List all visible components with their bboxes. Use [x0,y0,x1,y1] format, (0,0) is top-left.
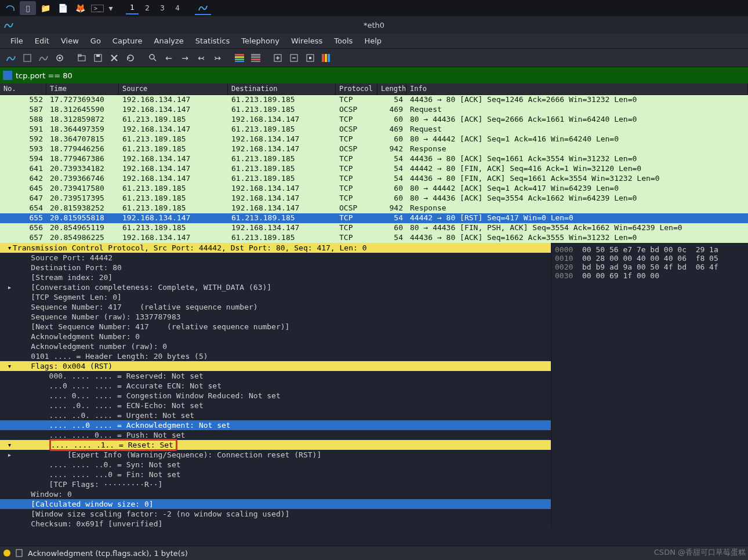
packet-row[interactable]: 55217.727369340192.168.134.14761.213.189… [0,95,748,105]
firefox-icon[interactable]: 🦊 [72,1,88,15]
display-filter-input[interactable] [16,71,745,80]
shell-icon[interactable]: >_ [89,1,106,15]
capture-options-icon[interactable] [52,50,67,66]
jump-next-icon[interactable]: ↣ [210,50,225,66]
col-no[interactable]: No. [0,83,46,94]
menu-view[interactable]: View [55,34,85,48]
menu-file[interactable]: File [5,34,29,48]
capture-file-props-icon[interactable] [15,549,23,557]
next-packet-icon[interactable]: → [177,50,193,66]
jump-prev-icon[interactable]: ↢ [194,50,209,66]
expert-info-icon[interactable] [3,550,10,557]
detail-line[interactable]: [Next Sequence Number: 417 (relative seq… [0,322,551,332]
menu-telephony[interactable]: Telephony [235,34,285,48]
detail-line[interactable]: Checksum: 0x691f [unverified] [0,519,551,528]
detail-line[interactable]: .... .... ..0. = Syn: Not set [0,460,551,470]
hex-line[interactable]: 0000 00 50 56 e7 7e bd 00 0c 29 1a [555,245,745,254]
bookmark-icon[interactable] [3,71,12,80]
workspace-4[interactable]: 4 [171,2,184,14]
packet-row[interactable]: 65620.85496511961.213.189.185192.168.134… [0,223,748,233]
packet-row[interactable]: 59418.779467386192.168.134.14761.213.189… [0,154,748,164]
col-length[interactable]: Length [377,83,406,94]
col-destination[interactable]: Destination [228,83,336,94]
colorize-icon[interactable] [232,50,247,66]
workspace-2[interactable]: 2 [141,2,154,14]
zoom-reset-icon[interactable] [303,50,318,66]
packet-row[interactable]: 65720.854986225192.168.134.14761.213.189… [0,233,748,243]
kali-menu-icon[interactable] [2,1,19,15]
packet-row[interactable]: 65520.815955818192.168.134.14761.213.189… [0,213,748,223]
packet-row[interactable]: 65420.81593825261.213.189.185192.168.134… [0,203,748,213]
packet-bytes-pane[interactable]: 0000 00 50 56 e7 7e bd 00 0c 29 1a0010 0… [551,243,748,528]
menu-capture[interactable]: Capture [107,34,148,48]
packet-row[interactable]: 59118.364497359192.168.134.14761.213.189… [0,125,748,134]
save-file-icon[interactable] [90,50,106,66]
detail-line[interactable]: .... .0.. .... = ECN-Echo: Not set [0,401,551,410]
detail-line[interactable]: ▾Transmission Control Protocol, Src Port… [0,243,551,253]
packet-row[interactable]: 58718.312645590192.168.134.14761.213.189… [0,105,748,115]
col-protocol[interactable]: Protocol [336,83,377,94]
detail-line[interactable]: .... 0... .... = Congestion Window Reduc… [0,391,551,401]
menu-analyze[interactable]: Analyze [148,34,190,48]
wireshark-task-icon[interactable] [195,1,211,15]
col-info[interactable]: Info [406,83,748,94]
close-file-icon[interactable] [107,50,122,66]
reload-icon[interactable] [123,50,138,66]
detail-line[interactable]: Acknowledgment number (raw): 0 [0,341,551,351]
stop-capture-icon[interactable] [20,50,35,66]
detail-line[interactable]: [Stream index: 20] [0,272,551,282]
detail-line[interactable]: Window: 0 [0,489,551,499]
menu-wireless[interactable]: Wireless [285,34,328,48]
packet-details-pane[interactable]: ▾Transmission Control Protocol, Src Port… [0,243,551,528]
detail-line[interactable]: Sequence Number (raw): 1337787983 [0,312,551,322]
packet-row[interactable]: 59218.36470781561.213.189.185192.168.134… [0,134,748,144]
detail-line[interactable]: Source Port: 44442 [0,253,551,263]
hex-line[interactable]: 0020 bd b9 ad 9a 00 50 4f bd 06 4f [555,263,745,271]
col-source[interactable]: Source [119,83,228,94]
resize-columns-icon[interactable] [319,50,334,66]
start-capture-icon[interactable] [3,50,19,66]
detail-line[interactable]: Acknowledgment Number: 0 [0,332,551,341]
detail-line[interactable]: Destination Port: 80 [0,263,551,272]
detail-line[interactable]: .... ..0. .... = Urgent: Not set [0,410,551,420]
packet-row[interactable]: 64120.739334182192.168.134.14761.213.189… [0,164,748,174]
detail-line[interactable]: ▸ [Expert Info (Warning/Sequence): Conne… [0,450,551,460]
packet-row[interactable]: 59318.77944625661.213.189.185192.168.134… [0,144,748,154]
detail-line[interactable]: [Window size scaling factor: -2 (no wind… [0,509,551,519]
autoscroll-icon[interactable] [248,50,263,66]
menu-go[interactable]: Go [85,34,107,48]
packet-list[interactable]: 55217.727369340192.168.134.14761.213.189… [0,95,748,243]
packet-row[interactable]: 64520.73941758061.213.189.185192.168.134… [0,184,748,194]
menu-statistics[interactable]: Statistics [190,34,235,48]
dropdown-icon[interactable]: ▾ [107,1,115,15]
detail-line[interactable]: ...0 .... .... = Accurate ECN: Not set [0,381,551,391]
find-icon[interactable] [145,50,160,66]
prev-packet-icon[interactable]: ← [161,50,176,66]
col-time[interactable]: Time [46,83,119,94]
detail-line[interactable]: ▾ .... .... .1.. = Reset: Set [0,440,551,450]
detail-line[interactable]: [TCP Segment Len: 0] [0,292,551,302]
zoom-out-icon[interactable] [286,50,302,66]
zoom-in-icon[interactable] [270,50,285,66]
menu-tools[interactable]: Tools [328,34,358,48]
packet-row[interactable]: 58818.31285987261.213.189.185192.168.134… [0,115,748,125]
restart-capture-icon[interactable] [36,50,51,66]
detail-line[interactable]: Sequence Number: 417 (relative sequence … [0,302,551,312]
menu-help[interactable]: Help [358,34,387,48]
files-app-icon[interactable]: 📁 [37,1,53,15]
text-editor-icon[interactable]: 📄 [55,1,71,15]
workspace-3[interactable]: 3 [156,2,169,14]
detail-line[interactable]: .... ...0 .... = Acknowledgment: Not set [0,420,551,430]
packet-row[interactable]: 64220.739366746192.168.134.14761.213.189… [0,174,748,184]
detail-line[interactable]: 0101 .... = Header Length: 20 bytes (5) [0,351,551,361]
detail-line[interactable]: 000. .... .... = Reserved: Not set [0,371,551,381]
detail-line[interactable]: [TCP Flags: ·········R··] [0,479,551,489]
terminal-app-icon[interactable]: ▯ [20,1,36,15]
detail-line[interactable]: ▾ Flags: 0x004 (RST) [0,361,551,371]
detail-line[interactable]: [Calculated window size: 0] [0,499,551,509]
menu-edit[interactable]: Edit [29,34,55,48]
open-file-icon[interactable] [74,50,89,66]
packet-row[interactable]: 64720.73951739561.213.189.185192.168.134… [0,194,748,203]
hex-line[interactable]: 0030 00 00 69 1f 00 00 [555,271,745,280]
detail-line[interactable]: ▸ [Conversation completeness: Complete, … [0,282,551,292]
